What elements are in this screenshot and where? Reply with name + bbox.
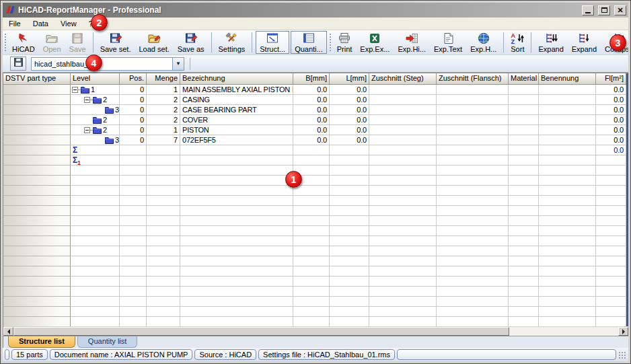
tree-collapse-toggle[interactable] xyxy=(72,87,78,93)
table-row[interactable]: 201PISTON0.00.00.0 xyxy=(3,125,626,135)
cell xyxy=(330,216,369,226)
tree-collapse-toggle[interactable] xyxy=(84,127,90,133)
toolbar-button-export-expand-21[interactable]: Expand xyxy=(568,31,600,54)
toolbar-button-label: Quanti... xyxy=(295,45,323,53)
cell-dstv-part-type xyxy=(3,125,71,135)
toolbar-button-main-save-set-10[interactable]: Save set. xyxy=(97,31,135,54)
cell xyxy=(147,216,180,226)
cell xyxy=(596,176,626,186)
cell-benennung xyxy=(539,135,596,145)
cell xyxy=(330,317,369,326)
cell-bezeichnung: PISTON xyxy=(180,125,293,135)
cell-benennung xyxy=(539,115,596,125)
cell xyxy=(539,256,596,266)
tab-structure-list[interactable]: Structure list xyxy=(8,336,75,348)
toolbar-button-export-exp-text-03[interactable]: Exp.Text xyxy=(431,31,466,54)
column-header-benennung[interactable]: Benennung xyxy=(539,73,596,85)
cell xyxy=(369,317,437,326)
minimize-button[interactable] xyxy=(582,5,594,15)
toolbar-button-export-exp-hi-02[interactable]: Exp.Hi... xyxy=(394,31,429,54)
scroll-left-button[interactable] xyxy=(3,327,13,336)
column-header-level[interactable]: Level xyxy=(71,73,120,85)
cell-zuschnitt-flansch xyxy=(437,85,509,95)
cell xyxy=(180,145,293,155)
table-row[interactable]: 202CASING0.00.00.0 xyxy=(3,95,626,105)
cell-level[interactable]: 2 xyxy=(71,125,120,135)
toolbar-button-label: HiCAD xyxy=(12,45,35,53)
table-row[interactable]: 202COVER0.00.00.0 xyxy=(3,115,626,125)
cell-dstv-part-type xyxy=(3,145,71,155)
cell-menge: 1 xyxy=(147,85,180,95)
toolbar-button-main-hicad-00[interactable]: HiCAD xyxy=(9,31,38,54)
cell xyxy=(596,206,626,216)
tab-quantity-list[interactable]: Quantity list xyxy=(77,336,137,348)
toolbar-button-main-struct-30[interactable]: Struct... xyxy=(256,31,289,54)
toolbar-button-main-save-as-12[interactable]: Save as xyxy=(174,31,208,54)
toolbar-button-export-expand-20[interactable]: Expand xyxy=(535,31,566,54)
cell xyxy=(369,287,437,297)
cell xyxy=(3,307,71,317)
toolbar-gripper[interactable] xyxy=(328,32,332,52)
cell-level[interactable]: 3 xyxy=(71,105,120,115)
toolbar-button-export-print-00[interactable]: Print xyxy=(334,31,356,54)
column-header-zuschnitt-steg[interactable]: Zuschnitt (Steg) xyxy=(369,73,437,85)
table-row[interactable]: 302CASE BEARING PART0.00.00.0 xyxy=(3,105,626,115)
cell-l-mm: 0.0 xyxy=(330,85,369,95)
column-header-material[interactable]: Material xyxy=(509,73,539,85)
column-header-fl-m[interactable]: Fl[m²] xyxy=(596,73,626,85)
column-header-bezeichnung[interactable]: Bezeichnung xyxy=(180,73,293,85)
menu-item-data[interactable]: Data xyxy=(27,18,54,29)
cell xyxy=(437,256,509,266)
cell-dstv-part-type xyxy=(3,85,71,95)
scroll-right-button[interactable] xyxy=(618,327,628,336)
toolbar-button-export-exp-h-04[interactable]: Exp.H... xyxy=(467,31,500,54)
toolbar-gripper[interactable] xyxy=(3,32,7,52)
cell xyxy=(369,196,437,206)
toolbar-button-main-load-set-11[interactable]: Load set. xyxy=(135,31,172,54)
table-row[interactable]: 101MAIN ASSEMBLY AXIAL PISTON PUMP0.00.0… xyxy=(3,85,626,95)
sum-row[interactable]: Σ0.0 xyxy=(3,145,626,155)
cell-pos: 0 xyxy=(120,135,147,145)
toolbar-button-main-settings-20[interactable]: Settings xyxy=(215,31,249,54)
tree-level-number: 2 xyxy=(103,95,107,104)
resize-grip-icon[interactable] xyxy=(618,351,626,359)
column-header-l-mm[interactable]: L[mm] xyxy=(330,73,369,85)
column-header-b-mm[interactable]: B[mm] xyxy=(293,73,330,85)
toolbar-button-export-exp-ex-01[interactable]: Exp.Ex... xyxy=(357,31,393,54)
cell xyxy=(330,246,369,256)
toolbar-button-label: Save xyxy=(69,45,86,53)
tree-collapse-toggle[interactable] xyxy=(84,97,90,103)
cell-menge: 2 xyxy=(147,95,180,105)
close-button[interactable]: ✕ xyxy=(614,5,626,15)
toolbar-button-export-sort-10[interactable]: AZSort xyxy=(507,31,527,54)
sum-row[interactable]: Σ1 xyxy=(3,155,626,166)
cell xyxy=(147,155,180,166)
cell xyxy=(180,266,293,277)
column-header-pos[interactable]: Pos. xyxy=(120,73,147,85)
horizontal-scrollbar[interactable] xyxy=(3,326,628,336)
cell xyxy=(539,246,596,256)
expand-one-icon xyxy=(577,32,591,45)
scrollbar-thumb[interactable] xyxy=(13,327,509,336)
toolbar-button-main-save-02[interactable]: Save xyxy=(66,31,89,54)
column-header-menge[interactable]: Menge xyxy=(147,73,180,85)
table-row[interactable]: 307072EF5F50.00.00.0 xyxy=(3,135,626,145)
cell xyxy=(596,266,626,277)
cell-level[interactable]: 2 xyxy=(71,115,120,125)
settings-file-combobox[interactable]: hicad_stahlbau_01 ▼ xyxy=(31,57,184,71)
column-header-zuschnitt-flansch[interactable]: Zuschnitt (Flansch) xyxy=(437,73,509,85)
maximize-button[interactable] xyxy=(598,5,610,15)
cell-b-mm: 0.0 xyxy=(293,95,330,105)
toolbar-button-main-quanti-31[interactable]: Quanti... xyxy=(291,31,327,54)
column-header-dstv-part-type[interactable]: DSTV part type xyxy=(3,73,71,85)
menu-item-file[interactable]: File xyxy=(3,18,27,29)
menu-item-view[interactable]: View xyxy=(54,18,83,29)
save-settings-file-button[interactable] xyxy=(10,57,26,71)
save-settings-icon xyxy=(109,32,122,45)
combobox-dropdown-button[interactable]: ▼ xyxy=(172,58,184,70)
cell-level[interactable]: 1 xyxy=(71,85,120,95)
cell xyxy=(369,206,437,216)
toolbar-button-main-open-01[interactable]: Open xyxy=(40,31,65,54)
cell-level[interactable]: 3 xyxy=(71,135,120,145)
cell-level[interactable]: 2 xyxy=(71,95,120,105)
